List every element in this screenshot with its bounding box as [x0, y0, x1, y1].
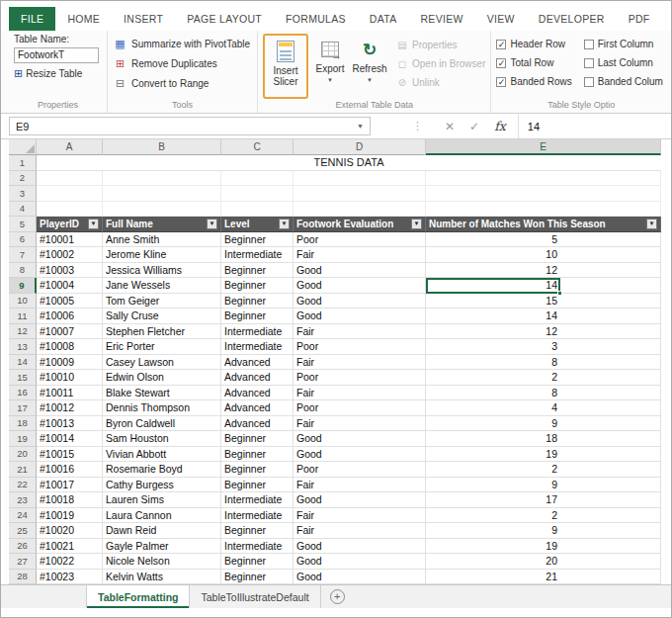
cell-title[interactable]: TENNIS DATA: [37, 155, 661, 171]
cell-d11[interactable]: Good: [294, 309, 426, 324]
cell-d23[interactable]: Good: [294, 492, 426, 508]
cell-d15[interactable]: Poor: [294, 370, 426, 386]
cell-e3[interactable]: [426, 186, 661, 202]
cell-a19[interactable]: #10014: [37, 431, 103, 447]
ribbon-tab-data[interactable]: DATA: [358, 7, 409, 31]
table-header-playerid[interactable]: PlayerID▼: [37, 217, 103, 232]
cell-e17[interactable]: 4: [426, 400, 661, 416]
cell-d4[interactable]: [294, 202, 426, 218]
cell-c3[interactable]: [221, 186, 294, 202]
confirm-entry-icon[interactable]: ✓: [469, 120, 479, 133]
row-header-27[interactable]: 27: [9, 554, 37, 570]
cell-a22[interactable]: #10017: [37, 478, 103, 493]
cell-a23[interactable]: #10018: [37, 492, 103, 508]
table-header-footwork-evaluation[interactable]: Footwork Evaluation▼: [294, 217, 426, 232]
cell-e26[interactable]: 19: [426, 539, 661, 555]
cell-a28[interactable]: #10023: [37, 570, 103, 585]
cell-d19[interactable]: Good: [294, 431, 426, 447]
column-header-a[interactable]: A: [37, 139, 103, 155]
column-header-e[interactable]: E: [426, 139, 661, 155]
ribbon-tab-page-layout[interactable]: PAGE LAYOUT: [175, 7, 274, 31]
row-header-4[interactable]: 4: [9, 202, 37, 218]
cell-c16[interactable]: Advanced: [221, 386, 294, 401]
cell-c13[interactable]: Intermediate: [221, 339, 294, 355]
cell-d14[interactable]: Fair: [294, 355, 426, 371]
cell-e21[interactable]: 2: [426, 462, 661, 478]
filter-dropdown-icon-footwork-evaluation[interactable]: ▼: [411, 219, 422, 229]
cell-a24[interactable]: #10019: [37, 508, 103, 524]
checkbox-banded-rows[interactable]: ✓Banded Rows: [496, 72, 571, 91]
checkbox-last-column[interactable]: Last Column: [584, 53, 663, 72]
cell-c26[interactable]: Intermediate: [221, 539, 294, 555]
cell-e7[interactable]: 10: [426, 247, 661, 263]
cell-a11[interactable]: #10006: [37, 309, 103, 324]
table-header-full-name[interactable]: Full Name▼: [103, 217, 221, 232]
cell-c22[interactable]: Beginner: [221, 478, 294, 493]
cell-b12[interactable]: Stephen Fletcher: [103, 324, 221, 340]
refresh-button[interactable]: ↻ Refresh ▼: [350, 34, 389, 86]
cell-c25[interactable]: Beginner: [221, 523, 294, 539]
row-header-13[interactable]: 13: [9, 339, 37, 355]
insert-slicer-button[interactable]: Insert Slicer: [266, 36, 305, 87]
cell-d10[interactable]: Good: [294, 294, 426, 309]
cell-c27[interactable]: Beginner: [221, 554, 294, 570]
cell-c9[interactable]: Beginner: [221, 278, 294, 294]
remove-duplicates-button[interactable]: ⊞Remove Duplicates: [113, 53, 252, 73]
ribbon-tab-home[interactable]: HOME: [55, 7, 112, 31]
cell-a14[interactable]: #10009: [37, 355, 103, 371]
cell-e16[interactable]: 8: [426, 386, 661, 401]
sheet-tab-tableformatting[interactable]: TableFormatting: [86, 585, 190, 608]
cell-d6[interactable]: Poor: [294, 232, 426, 248]
resize-table-button[interactable]: ⊞ Resize Table: [14, 68, 102, 79]
row-header-17[interactable]: 17: [9, 400, 37, 416]
cell-c7[interactable]: Intermediate: [221, 247, 294, 263]
cell-e20[interactable]: 19: [426, 447, 661, 463]
checkbox-first-column[interactable]: First Column: [584, 35, 663, 53]
cell-b7[interactable]: Jerome Kline: [103, 247, 221, 263]
cell-b2[interactable]: [103, 171, 221, 187]
ribbon-tab-review[interactable]: REVIEW: [408, 7, 474, 31]
cell-c12[interactable]: Intermediate: [221, 324, 294, 340]
row-header-26[interactable]: 26: [9, 539, 37, 555]
cell-c15[interactable]: Advanced: [221, 370, 294, 386]
cell-a17[interactable]: #10012: [37, 400, 103, 416]
cell-d24[interactable]: Fair: [294, 508, 426, 524]
cell-d12[interactable]: Fair: [294, 324, 426, 340]
cell-a21[interactable]: #10016: [37, 462, 103, 478]
cell-d7[interactable]: Fair: [294, 247, 426, 263]
cell-a9[interactable]: #10004: [37, 278, 103, 294]
row-header-5[interactable]: 5: [9, 217, 37, 232]
column-header-b[interactable]: B: [103, 139, 221, 155]
properties-button[interactable]: ▤ Properties: [396, 36, 485, 54]
cell-e13[interactable]: 3: [426, 339, 661, 355]
cell-b4[interactable]: [103, 202, 221, 218]
row-header-23[interactable]: 23: [9, 492, 37, 508]
sheet-tab-tabletoillustratedefault[interactable]: TableToIllustrateDefault: [190, 585, 320, 608]
ribbon-tab-formulas[interactable]: FORMULAS: [274, 7, 358, 31]
name-box[interactable]: E9 ▼: [9, 117, 371, 135]
cell-c23[interactable]: Intermediate: [221, 492, 294, 508]
cell-d20[interactable]: Good: [294, 447, 426, 463]
cell-b24[interactable]: Laura Cannon: [103, 508, 221, 524]
cell-e28[interactable]: 21: [426, 570, 661, 585]
cell-a3[interactable]: [37, 186, 103, 202]
row-header-15[interactable]: 15: [9, 370, 37, 386]
cell-a15[interactable]: #10010: [37, 370, 103, 386]
cell-e19[interactable]: 18: [426, 431, 661, 447]
cell-b6[interactable]: Anne Smith: [103, 232, 221, 248]
cell-c21[interactable]: Beginner: [221, 462, 294, 478]
checkbox-banded-colum[interactable]: Banded Colum: [584, 72, 663, 91]
cell-c11[interactable]: Beginner: [221, 309, 294, 324]
formula-input[interactable]: 14: [518, 114, 663, 138]
cell-a6[interactable]: #10001: [37, 232, 103, 248]
row-header-28[interactable]: 28: [9, 570, 37, 585]
cell-b19[interactable]: Sam Houston: [103, 431, 221, 447]
summarize-with-pivottable-button[interactable]: ▦Summarize with PivotTable: [113, 34, 252, 53]
cell-d28[interactable]: Good: [294, 570, 426, 585]
cell-b15[interactable]: Edwin Olson: [103, 370, 221, 386]
row-header-8[interactable]: 8: [9, 263, 37, 279]
cell-c4[interactable]: [221, 202, 294, 218]
cell-a8[interactable]: #10003: [37, 263, 103, 279]
cell-e22[interactable]: 9: [426, 478, 661, 493]
ribbon-tab-view[interactable]: VIEW: [475, 7, 527, 31]
